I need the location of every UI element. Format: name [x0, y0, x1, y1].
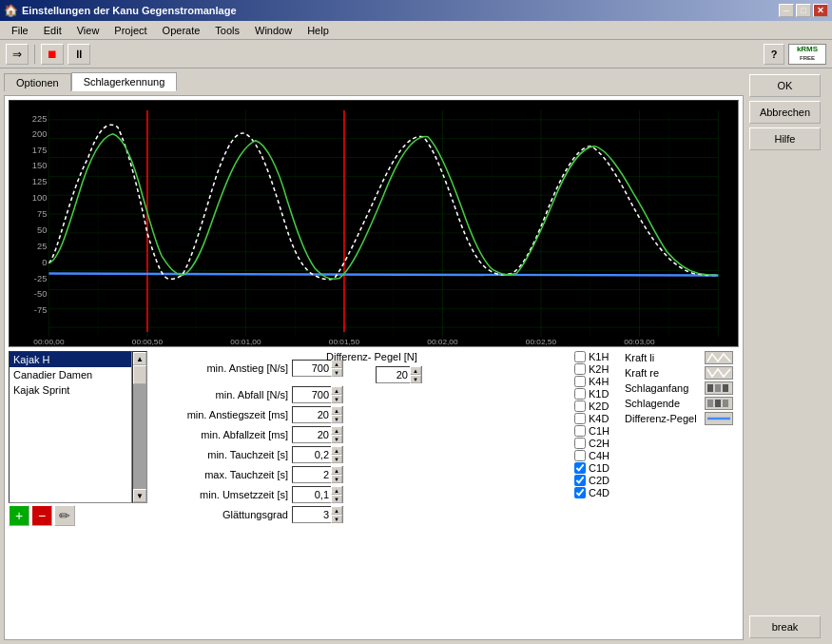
min-anstiegszeit-input-group[interactable]: ▲ ▼ [292, 406, 343, 423]
scroll-up-button[interactable]: ▲ [133, 352, 146, 365]
min-umsetzzeit-spin-down[interactable]: ▼ [331, 495, 342, 503]
min-anstiegszeit-spin-up[interactable]: ▲ [331, 406, 342, 415]
scroll-down-button[interactable]: ▼ [133, 489, 146, 502]
min-tauchzeit-spin-down[interactable]: ▼ [331, 455, 342, 463]
logo-box: kRMS FREE [788, 44, 826, 65]
min-abfallzeit-spinner[interactable]: ▲ ▼ [331, 426, 342, 443]
checkbox-k2d-input[interactable] [574, 400, 586, 412]
checkbox-k1d-input[interactable] [574, 388, 586, 400]
checkbox-k2h-input[interactable] [574, 363, 586, 375]
checkbox-c1h-input[interactable] [574, 425, 586, 437]
param-row-min-abfallzeit: min. Abfallzeit [ms] ▲ ▼ [155, 426, 559, 443]
menu-help[interactable]: Help [300, 23, 337, 38]
checkbox-c1d: C1D [574, 462, 609, 474]
list-item-canadier-damen[interactable]: Canadier Damen [10, 367, 131, 382]
minimize-button[interactable]: ─ [779, 4, 794, 17]
add-item-button[interactable]: + [9, 505, 29, 526]
min-umsetzzeit-input-group[interactable]: ▲ ▼ [292, 486, 343, 503]
menu-project[interactable]: Project [106, 23, 154, 38]
differenz-input[interactable] [377, 367, 410, 382]
max-tauchzeit-spin-down[interactable]: ▼ [331, 475, 342, 483]
list-box: Kajak H Canadier Damen Kajak Sprint [9, 351, 132, 503]
edit-item-button[interactable]: ✏ [54, 505, 75, 526]
hilfe-button[interactable]: Hilfe [749, 127, 821, 150]
min-abfallzeit-input-group[interactable]: ▲ ▼ [292, 426, 343, 443]
maximize-button[interactable]: □ [796, 4, 811, 17]
chart-svg: 225 200 175 150 125 100 75 50 25 0 -25 -… [10, 101, 738, 346]
glaettungsgrad-spinner[interactable]: ▲ ▼ [331, 506, 342, 523]
min-tauchzeit-input[interactable] [293, 447, 331, 462]
checkbox-k4d-input[interactable] [574, 413, 586, 424]
help-button[interactable]: ? [764, 44, 784, 65]
min-abfallzeit-spin-up[interactable]: ▲ [331, 426, 342, 435]
tab-optionen[interactable]: Optionen [4, 73, 71, 91]
legend-differenz-pegel-label: Differenz-Pegel [625, 413, 701, 424]
min-anstieg-label: min. Anstieg [N/s] [155, 362, 288, 374]
min-abfall-spinner[interactable]: ▲ ▼ [331, 386, 342, 403]
max-tauchzeit-spinner[interactable]: ▲ ▼ [331, 466, 342, 483]
checkbox-c4d-input[interactable] [574, 487, 586, 498]
min-abfall-input-group[interactable]: ▲ ▼ [292, 386, 343, 403]
min-abfallzeit-input[interactable] [293, 427, 331, 442]
min-abfall-spin-down[interactable]: ▼ [331, 395, 342, 403]
min-anstiegszeit-spinner[interactable]: ▲ ▼ [331, 406, 342, 423]
checkbox-c4h-input[interactable] [574, 450, 586, 461]
differenz-input-group-inner[interactable]: ▲ ▼ [376, 366, 422, 383]
menu-operate[interactable]: Operate [155, 23, 208, 38]
menu-view[interactable]: View [69, 23, 107, 38]
min-abfallzeit-spin-down[interactable]: ▼ [331, 435, 342, 443]
glaettungsgrad-spin-up[interactable]: ▲ [331, 506, 342, 515]
checkbox-k1h-input[interactable] [574, 351, 586, 362]
menu-tools[interactable]: Tools [207, 23, 247, 38]
max-tauchzeit-spin-up[interactable]: ▲ [331, 466, 342, 475]
min-anstiegszeit-spin-down[interactable]: ▼ [331, 415, 342, 423]
tab-schlagerkennung[interactable]: Schlagerkennung [71, 72, 178, 91]
max-tauchzeit-input[interactable] [293, 467, 331, 482]
pause-button[interactable]: ⏸ [68, 44, 90, 65]
menu-file[interactable]: File [4, 23, 36, 38]
min-abfallzeit-label: min. Abfallzeit [ms] [155, 429, 288, 440]
max-tauchzeit-label: max. Tauchzeit [s] [155, 469, 288, 480]
close-button[interactable]: ✕ [813, 4, 828, 17]
checkbox-k1h-label: K1H [589, 351, 609, 362]
checkbox-c1h-label: C1H [589, 425, 609, 437]
ok-button[interactable]: OK [749, 74, 821, 97]
checkbox-c2d-input[interactable] [574, 475, 586, 486]
checkbox-c1d-input[interactable] [574, 462, 586, 474]
checkbox-c4h-label: C4H [589, 450, 609, 461]
stop-button[interactable]: ⏹ [41, 44, 64, 65]
differenz-spin-down[interactable]: ▼ [410, 375, 421, 383]
glaettungsgrad-input[interactable] [293, 507, 331, 522]
menu-window[interactable]: Window [247, 23, 300, 38]
scroll-thumb[interactable] [133, 365, 146, 384]
checkbox-c2h-input[interactable] [574, 438, 586, 449]
toolbar: ⇒ ⏹ ⏸ ? kRMS FREE [0, 40, 832, 68]
min-abfall-input[interactable] [293, 387, 331, 402]
list-item-kajak-sprint[interactable]: Kajak Sprint [10, 382, 131, 398]
menu-edit[interactable]: Edit [36, 23, 69, 38]
glaettungsgrad-input-group[interactable]: ▲ ▼ [292, 506, 343, 523]
forward-button[interactable]: ⇒ [6, 44, 29, 65]
min-tauchzeit-input-group[interactable]: ▲ ▼ [292, 446, 343, 463]
max-tauchzeit-input-group[interactable]: ▲ ▼ [292, 466, 343, 483]
remove-item-button[interactable]: − [31, 505, 52, 526]
min-umsetzzeit-spin-up[interactable]: ▲ [331, 486, 342, 495]
min-anstiegszeit-input[interactable] [293, 407, 331, 422]
param-row-glaettungsgrad: Glättungsgrad ▲ ▼ [155, 506, 559, 523]
differenz-spin-up[interactable]: ▲ [410, 366, 421, 375]
break-button[interactable]: break [749, 615, 821, 638]
min-tauchzeit-spin-up[interactable]: ▲ [331, 446, 342, 455]
min-umsetzzeit-spinner[interactable]: ▲ ▼ [331, 486, 342, 503]
min-anstieg-input[interactable] [293, 361, 331, 376]
min-tauchzeit-spinner[interactable]: ▲ ▼ [331, 446, 342, 463]
abbrechen-button[interactable]: Abbrechen [749, 101, 821, 124]
differenz-spinner[interactable]: ▲ ▼ [410, 366, 421, 383]
checkbox-c1d-label: C1D [589, 462, 609, 474]
min-anstieg-spin-down[interactable]: ▼ [331, 368, 342, 377]
min-umsetzzeit-input[interactable] [293, 487, 331, 502]
glaettungsgrad-spin-down[interactable]: ▼ [331, 515, 342, 523]
list-scrollbar[interactable]: ▲ ▼ [132, 351, 147, 503]
checkbox-k4h-input[interactable] [574, 376, 586, 387]
min-abfall-spin-up[interactable]: ▲ [331, 386, 342, 395]
list-item-kajak-h[interactable]: Kajak H [10, 352, 131, 367]
